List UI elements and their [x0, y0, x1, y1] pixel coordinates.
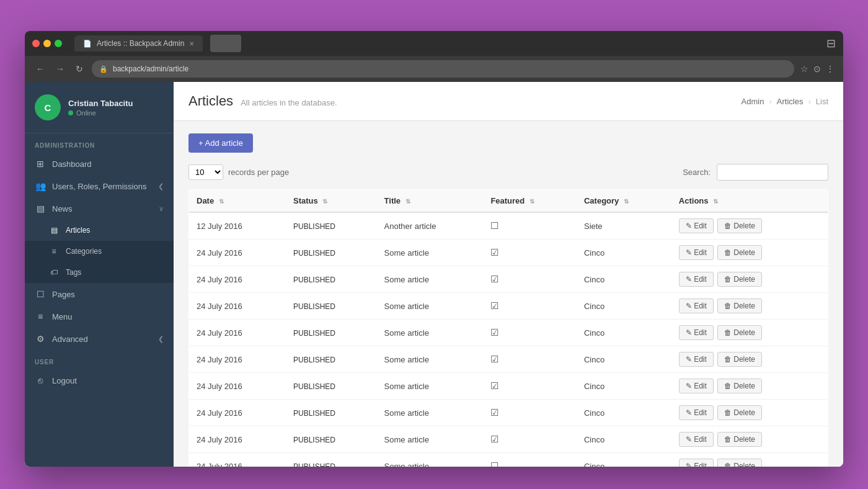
cell-title: Some article	[377, 400, 484, 426]
search-label: Search:	[683, 168, 711, 177]
sidebar-item-logout[interactable]: ⎋ Logout	[25, 369, 174, 392]
cell-actions: ✎ Edit 🗑 Delete	[671, 400, 828, 426]
sidebar-item-label: Categories	[66, 247, 164, 256]
browser-tab[interactable]: 📄 Articles :: Backpack Admin ✕	[74, 35, 203, 52]
breadcrumb-separator: ›	[769, 97, 771, 106]
column-status[interactable]: Status ⇅	[286, 190, 377, 213]
breadcrumb-articles[interactable]: Articles	[777, 97, 804, 106]
action-buttons: ✎ Edit 🗑 Delete	[679, 272, 820, 287]
address-text: backpack/admin/article	[113, 65, 188, 73]
delete-button[interactable]: 🗑 Delete	[717, 432, 762, 447]
featured-checkbox-icon: ☑	[490, 247, 498, 258]
edit-button[interactable]: ✎ Edit	[679, 272, 714, 287]
edit-button[interactable]: ✎ Edit	[679, 432, 714, 447]
delete-button[interactable]: 🗑 Delete	[717, 379, 762, 393]
cell-category: Cinco	[577, 266, 671, 293]
delete-button[interactable]: 🗑 Delete	[717, 245, 762, 260]
browser-controls	[32, 40, 62, 47]
sidebar-item-articles[interactable]: ▤ Articles	[25, 220, 174, 241]
tab-close-button[interactable]: ✕	[189, 40, 194, 47]
sidebar-item-advanced[interactable]: ⚙ Advanced ❮	[25, 328, 174, 350]
delete-button[interactable]: 🗑 Delete	[717, 325, 762, 340]
cell-featured: ☑	[483, 426, 577, 453]
breadcrumb-admin[interactable]: Admin	[742, 97, 764, 106]
edit-button[interactable]: ✎ Edit	[679, 325, 714, 340]
cell-actions: ✎ Edit 🗑 Delete	[671, 346, 828, 373]
cell-actions: ✎ Edit 🗑 Delete	[671, 320, 828, 346]
address-bar[interactable]: 🔒 backpack/admin/article	[92, 60, 794, 78]
page-title: Articles	[188, 93, 233, 109]
refresh-button[interactable]: ↻	[73, 61, 86, 76]
user-status: Online	[68, 109, 133, 117]
sidebar-user-panel: C Cristian Tabacitu Online	[25, 82, 174, 133]
cell-title: Another article	[377, 212, 484, 240]
close-button[interactable]	[32, 40, 40, 47]
sidebar-item-label: Users, Roles, Permissions	[52, 182, 152, 191]
sidebar-item-users-roles[interactable]: 👥 Users, Roles, Permissions ❮	[25, 175, 174, 197]
search-input[interactable]	[717, 164, 828, 181]
back-button[interactable]: ←	[33, 61, 47, 76]
add-article-button[interactable]: + Add article	[188, 133, 253, 153]
sidebar-item-categories[interactable]: ≡ Categories	[25, 241, 174, 262]
articles-icon: ▤	[48, 226, 60, 235]
column-category[interactable]: Category ⇅	[577, 190, 671, 213]
sidebar-item-pages[interactable]: ☐ Pages	[25, 283, 174, 305]
table-row: 24 July 2016 PUBLISHED Some article ☑ Ci…	[189, 293, 828, 320]
main-content: Articles All articles in the database. A…	[174, 82, 843, 467]
table-row: 24 July 2016 PUBLISHED Some article ☑ Ci…	[189, 346, 828, 373]
edit-button[interactable]: ✎ Edit	[679, 298, 714, 313]
browser-menu-icon[interactable]: ⊟	[826, 37, 836, 50]
sidebar-item-news[interactable]: ▤ News ∨	[25, 197, 174, 220]
cell-status: PUBLISHED	[286, 320, 377, 346]
featured-checkbox-icon: ☐	[490, 460, 498, 467]
user-section-label: USER	[25, 350, 174, 369]
delete-button[interactable]: 🗑 Delete	[717, 459, 762, 467]
new-tab-button[interactable]	[210, 35, 241, 52]
column-title[interactable]: Title ⇅	[377, 190, 484, 213]
edit-button[interactable]: ✎ Edit	[679, 352, 714, 367]
sort-icon: ⇅	[219, 198, 224, 205]
cell-status: PUBLISHED	[286, 212, 377, 240]
sort-icon: ⇅	[529, 198, 534, 205]
delete-button[interactable]: 🗑 Delete	[717, 298, 762, 313]
more-menu-icon[interactable]: ⋮	[826, 64, 835, 74]
table-row: 24 July 2016 PUBLISHED Some article ☑ Ci…	[189, 373, 828, 400]
menu-icon: ≡	[35, 312, 46, 321]
categories-icon: ≡	[48, 247, 60, 256]
cell-actions: ✎ Edit 🗑 Delete	[671, 293, 828, 320]
table-row: 24 July 2016 PUBLISHED Some article ☑ Ci…	[189, 240, 828, 266]
table-row: 24 July 2016 PUBLISHED Some article ☑ Ci…	[189, 426, 828, 453]
edit-button[interactable]: ✎ Edit	[679, 245, 714, 260]
edit-button[interactable]: ✎ Edit	[679, 379, 714, 393]
column-featured[interactable]: Featured ⇅	[483, 190, 577, 213]
cell-date: 24 July 2016	[189, 346, 286, 373]
cell-category: Cinco	[577, 346, 671, 373]
delete-button[interactable]: 🗑 Delete	[717, 218, 762, 233]
cell-status: PUBLISHED	[286, 266, 377, 293]
column-actions: Actions ⇅	[671, 190, 828, 213]
delete-button[interactable]: 🗑 Delete	[717, 272, 762, 287]
cell-status: PUBLISHED	[286, 293, 377, 320]
sidebar-item-tags[interactable]: 🏷 Tags	[25, 262, 174, 283]
sidebar-item-dashboard[interactable]: ⊞ Dashboard	[25, 153, 174, 175]
sidebar-item-label: Advanced	[52, 334, 152, 344]
pages-icon: ☐	[35, 289, 46, 299]
minimize-button[interactable]	[43, 40, 51, 47]
edit-button[interactable]: ✎ Edit	[679, 218, 714, 233]
cell-title: Some article	[377, 426, 484, 453]
edit-button[interactable]: ✎ Edit	[679, 405, 714, 420]
maximize-button[interactable]	[55, 40, 62, 47]
sidebar-item-label: Menu	[52, 312, 164, 321]
cell-title: Some article	[377, 240, 484, 266]
bookmark-icon[interactable]: ☆	[800, 64, 808, 74]
records-per-page-select[interactable]: 10 25 50 100	[188, 164, 223, 180]
settings-icon[interactable]: ⊙	[813, 64, 821, 74]
column-date[interactable]: Date ⇅	[189, 190, 286, 213]
edit-button[interactable]: ✎ Edit	[679, 459, 714, 467]
sidebar-item-menu[interactable]: ≡ Menu	[25, 305, 174, 328]
forward-button[interactable]: →	[53, 61, 67, 76]
delete-button[interactable]: 🗑 Delete	[717, 405, 762, 420]
delete-button[interactable]: 🗑 Delete	[717, 352, 762, 367]
page-title-area: Articles All articles in the database.	[188, 93, 337, 109]
articles-table: Date ⇅ Status ⇅ Title ⇅ Featured ⇅ Categ…	[188, 189, 828, 467]
